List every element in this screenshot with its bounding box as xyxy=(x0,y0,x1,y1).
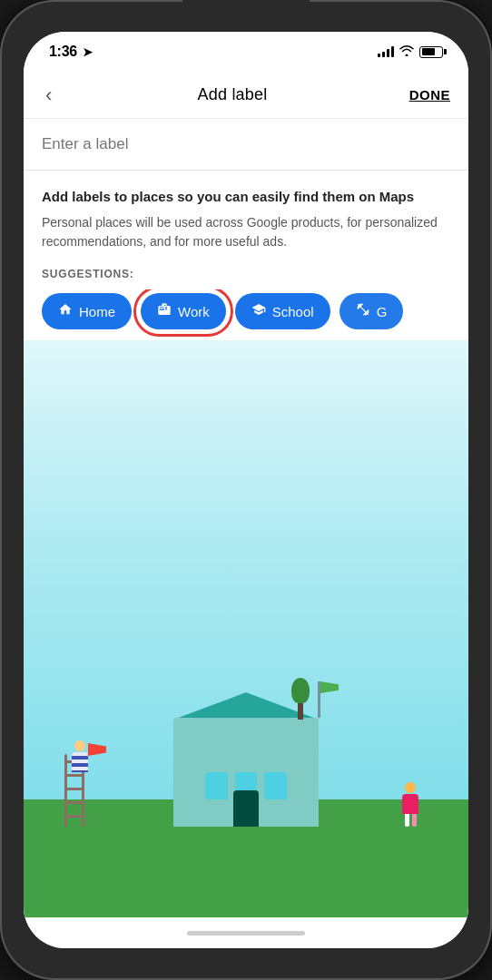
label-input-container xyxy=(24,119,468,171)
flag-pole-right xyxy=(318,681,320,718)
info-title: Add labels to places so you can easily f… xyxy=(42,187,450,206)
chip-label-gym: G xyxy=(377,304,388,319)
status-bar: 1:36 ➤ xyxy=(24,32,468,72)
status-icons xyxy=(378,45,443,59)
suggestions-label: SUGGESTIONS: xyxy=(24,264,468,289)
building xyxy=(155,709,337,827)
phone-screen: 1:36 ➤ ‹ xyxy=(24,32,468,948)
home-bar xyxy=(187,931,305,936)
content-area: Add labels to places so you can easily f… xyxy=(24,119,468,917)
suggestion-chip-school[interactable]: School xyxy=(235,293,330,329)
school-icon xyxy=(251,302,266,320)
nav-bar: ‹ Add label DONE xyxy=(24,72,468,119)
info-section: Add labels to places so you can easily f… xyxy=(24,171,468,264)
phone-frame: 1:36 ➤ ‹ xyxy=(0,0,492,980)
signal-icon xyxy=(378,46,394,57)
illustration-area xyxy=(24,340,468,917)
gym-icon xyxy=(356,302,370,320)
suggestion-chip-home[interactable]: Home xyxy=(42,293,132,329)
notch xyxy=(182,0,310,25)
chip-label-work: Work xyxy=(178,304,210,319)
home-icon xyxy=(58,302,73,320)
suggestions-row: Home Work xyxy=(24,289,468,340)
building-window xyxy=(205,772,228,799)
home-indicator xyxy=(24,917,468,948)
page-title: Add label xyxy=(198,85,268,104)
suggestion-chip-work[interactable]: Work xyxy=(141,293,226,329)
work-icon xyxy=(157,302,172,320)
tree xyxy=(291,678,310,720)
person-figure-left xyxy=(69,740,91,777)
label-input[interactable] xyxy=(42,135,450,153)
building-door xyxy=(233,790,259,827)
battery-icon xyxy=(419,46,443,58)
suggestion-chip-more[interactable]: G xyxy=(339,293,404,329)
location-icon: ➤ xyxy=(83,45,93,59)
building-window xyxy=(264,772,287,799)
status-time: 1:36 ➤ xyxy=(49,44,93,60)
chip-label-home: Home xyxy=(79,304,115,319)
chip-label-school: School xyxy=(272,304,314,319)
wifi-icon xyxy=(399,45,414,59)
back-button[interactable]: ‹ xyxy=(42,80,55,111)
info-body: Personal places will be used across Goog… xyxy=(42,213,450,251)
person-right xyxy=(402,782,418,827)
time-text: 1:36 xyxy=(49,44,77,59)
suggestion-chip-work-wrapper: Work xyxy=(141,293,226,329)
done-button[interactable]: DONE xyxy=(409,87,450,103)
building-body xyxy=(173,718,319,827)
